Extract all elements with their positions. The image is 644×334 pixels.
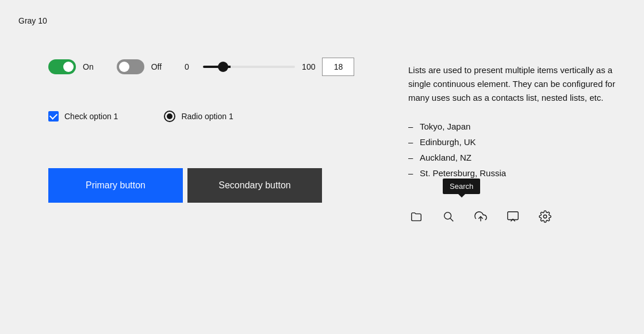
slider-group: 0 100 18	[185, 58, 354, 76]
list-item: Edinburgh, UK	[408, 134, 615, 150]
left-panel: On Off 0 100 18 Check option 1	[48, 58, 382, 203]
checkbox-group[interactable]: Check option 1	[48, 111, 118, 122]
toggles-row: On Off 0 100 18	[48, 58, 382, 76]
list-item: Tokyo, Japan	[408, 119, 615, 134]
svg-point-4	[543, 215, 547, 218]
search-tooltip: Search	[443, 179, 480, 194]
list-item: St. Petersburg, Russia	[408, 165, 615, 181]
slider-max: 100	[302, 62, 315, 71]
toolbar-section: Search	[408, 204, 615, 225]
right-panel: Lists are used to present multiple items…	[408, 63, 615, 225]
controls-row: Check option 1 Radio option 1	[48, 111, 382, 122]
radio-inner-dot	[167, 113, 172, 119]
toggle-off-group: Off	[117, 59, 162, 74]
description-text: Lists are used to present multiple items…	[408, 63, 615, 105]
toggle-on-label: On	[83, 62, 94, 71]
slider-input[interactable]	[203, 66, 295, 68]
toggle-on-group: On	[48, 59, 94, 74]
settings-icon[interactable]	[537, 208, 553, 225]
toggle-on[interactable]	[48, 59, 76, 74]
toolbar-icons	[408, 204, 615, 225]
list-item: Auckland, NZ	[408, 150, 615, 165]
page-title: Gray 10	[18, 16, 47, 25]
slider-value-box[interactable]: 18	[322, 58, 354, 76]
chat-icon[interactable]	[505, 208, 521, 225]
list-items: Tokyo, Japan Edinburgh, UK Auckland, NZ …	[408, 119, 615, 181]
primary-button[interactable]: Primary button	[48, 168, 183, 203]
upload-icon[interactable]	[473, 208, 489, 225]
slider-min: 0	[185, 62, 196, 71]
radio-label: Radio option 1	[181, 112, 233, 121]
toggle-off-label: Off	[151, 62, 162, 71]
svg-line-1	[450, 218, 453, 221]
svg-rect-3	[508, 212, 518, 220]
search-icon[interactable]	[440, 208, 457, 225]
radio-button[interactable]	[164, 111, 175, 122]
radio-group[interactable]: Radio option 1	[164, 111, 233, 122]
toggle-off[interactable]	[117, 59, 144, 74]
checkbox-check[interactable]	[48, 111, 59, 122]
secondary-button[interactable]: Secondary button	[187, 168, 322, 203]
buttons-row: Primary button Secondary button	[48, 168, 382, 203]
checkbox-label: Check option 1	[64, 112, 118, 121]
svg-point-0	[444, 212, 451, 219]
folder-icon[interactable]	[408, 208, 424, 225]
